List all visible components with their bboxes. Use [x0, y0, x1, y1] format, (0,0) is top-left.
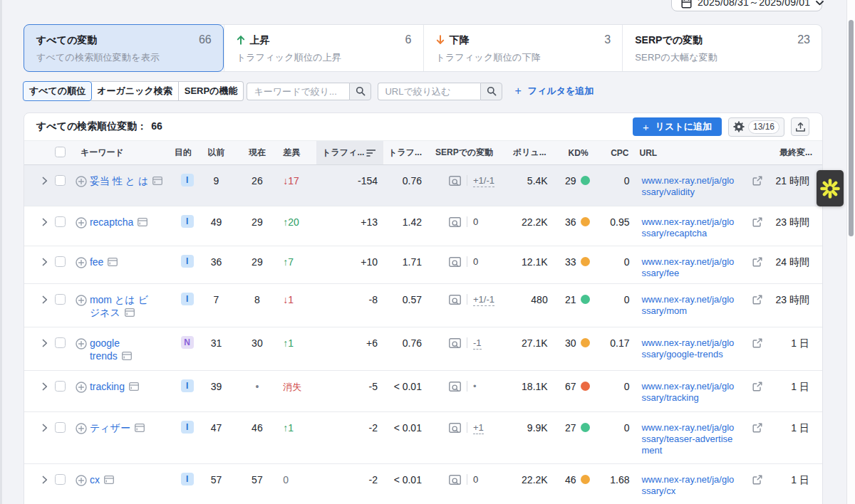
serp-preview-icon[interactable] — [449, 257, 462, 268]
url-link[interactable]: www.nex-ray.net/ja/glossary/teaser-adver… — [641, 422, 734, 456]
export-button[interactable] — [791, 117, 809, 136]
external-link-icon[interactable] — [752, 217, 762, 227]
row-expander-icon[interactable] — [42, 177, 48, 185]
row-checkbox[interactable] — [55, 381, 66, 392]
url-link[interactable]: www.nex-ray.net/ja/glossary/validity — [641, 175, 734, 197]
serp-preview-icon[interactable] — [449, 475, 462, 486]
external-link-icon[interactable] — [752, 295, 762, 305]
manage-columns-button[interactable]: 13/16 — [728, 117, 784, 137]
card-serp-changes[interactable]: SERPでの変動 23 SERPの大幅な変動 — [622, 25, 822, 71]
serp-preview-icon[interactable] — [449, 382, 462, 393]
serp-snapshot-icon[interactable] — [135, 424, 145, 432]
add-keyword-icon[interactable] — [76, 382, 87, 393]
row-checkbox[interactable] — [55, 294, 66, 305]
row-expander-icon[interactable] — [42, 382, 48, 391]
select-all-checkbox[interactable] — [55, 147, 66, 157]
add-keyword-icon[interactable] — [76, 176, 87, 187]
external-link-icon[interactable] — [752, 423, 762, 433]
external-link-icon[interactable] — [752, 257, 762, 267]
url-link[interactable]: www.nex-ray.net/ja/glossary/mom — [641, 294, 734, 316]
serp-snapshot-icon[interactable] — [122, 352, 132, 360]
card-declined[interactable]: 下降 3 トラフィック順位の下降 — [423, 25, 623, 71]
tab-organic-search[interactable]: オーガニック検索 — [91, 81, 179, 101]
external-link-icon[interactable] — [752, 338, 762, 348]
keyword-link[interactable]: tracking — [90, 381, 125, 392]
add-keyword-icon[interactable] — [76, 475, 87, 486]
add-filter-link[interactable]: + フィルタを追加 — [514, 85, 594, 98]
row-expander-icon[interactable] — [42, 258, 48, 266]
promo-starburst-button[interactable] — [817, 170, 844, 206]
row-expander-icon[interactable] — [42, 295, 48, 304]
serp-snapshot-icon[interactable] — [125, 308, 135, 317]
keyword-link[interactable]: fee — [90, 256, 103, 268]
card-improved[interactable]: 上昇 6 トラフィック順位の上昇 — [224, 25, 423, 71]
add-to-list-button[interactable]: + リストに追加 — [633, 117, 722, 136]
column-header-traffic[interactable]: トラフィ... — [316, 141, 383, 164]
url-link[interactable]: www.nex-ray.net/ja/glossary/google-trend… — [641, 337, 734, 359]
tab-all-positions[interactable]: すべての順位 — [23, 81, 92, 101]
row-checkbox[interactable] — [55, 216, 66, 227]
add-keyword-icon[interactable] — [76, 423, 87, 434]
scrollbar-thumb[interactable] — [849, 20, 854, 236]
keyword-search-button[interactable] — [349, 83, 371, 100]
url-link[interactable]: www.nex-ray.net/ja/glossary/recaptcha — [641, 216, 734, 238]
card-all-changes[interactable]: すべての変動 66 すべての検索順位変動を表示 — [24, 24, 224, 72]
row-checkbox[interactable] — [55, 422, 66, 433]
column-header-intent[interactable]: 目的 — [175, 141, 191, 164]
column-header-url[interactable]: URL — [636, 141, 767, 164]
keyword-link[interactable]: recaptcha — [90, 216, 133, 228]
serp-preview-icon[interactable] — [449, 217, 462, 229]
url-link[interactable]: www.nex-ray.net/ja/glossary/cx — [641, 474, 734, 496]
scrollbar-track[interactable] — [846, 0, 855, 504]
row-checkbox[interactable] — [55, 256, 66, 267]
serp-snapshot-icon[interactable] — [108, 258, 118, 266]
serp-snapshot-icon[interactable] — [129, 382, 139, 391]
column-header-kd[interactable]: KD% — [553, 141, 596, 164]
row-expander-icon[interactable] — [42, 339, 48, 347]
row-expander-icon[interactable] — [42, 424, 48, 432]
tab-serp-features[interactable]: SERPの機能 — [179, 81, 244, 101]
external-link-icon[interactable] — [752, 382, 762, 392]
serp-preview-icon[interactable] — [449, 176, 462, 187]
external-link-icon[interactable] — [752, 176, 762, 186]
serp-snapshot-icon[interactable] — [152, 177, 162, 185]
column-header-keyword[interactable]: キーワード — [76, 141, 180, 164]
previous-position: 9 — [195, 165, 238, 206]
keyword-link[interactable]: mom とは ビジネス — [90, 294, 148, 318]
url-link[interactable]: www.nex-ray.net/ja/glossary/tracking — [641, 381, 734, 403]
row-checkbox[interactable] — [55, 474, 66, 485]
serp-preview-icon[interactable] — [449, 423, 462, 434]
serp-snapshot-icon[interactable] — [104, 476, 114, 484]
column-header-traffic-pct[interactable]: トラフ... — [383, 141, 428, 164]
keyword-link[interactable]: cx — [90, 474, 100, 485]
column-header-updated[interactable]: 最終変... — [766, 141, 822, 164]
keyword-link[interactable]: ティザー — [90, 422, 130, 434]
url-filter-input[interactable] — [378, 83, 480, 100]
row-expander-icon[interactable] — [42, 476, 48, 484]
serp-preview-icon[interactable] — [449, 295, 462, 306]
card-title: SERPでの変動 — [635, 34, 703, 47]
column-header-cpc[interactable]: CPC — [596, 141, 636, 164]
keyword-link[interactable]: 妥当 性 と は — [90, 175, 148, 187]
filter-toolbar: すべての順位 オーガニック検索 SERPの機能 + フィルタを追加 — [24, 81, 822, 101]
external-link-icon[interactable] — [752, 475, 762, 485]
row-checkbox[interactable] — [55, 175, 66, 186]
serp-preview-icon[interactable] — [449, 338, 462, 350]
add-keyword-icon[interactable] — [76, 217, 87, 229]
column-header-current[interactable]: 現在 — [238, 141, 277, 164]
serp-snapshot-icon[interactable] — [138, 218, 147, 226]
date-range-selector[interactable]: 2025/08/31～2025/09/01 — [671, 0, 822, 11]
add-keyword-icon[interactable] — [76, 295, 87, 306]
keyword-link[interactable]: google trends — [90, 337, 120, 362]
row-expander-icon[interactable] — [42, 218, 48, 226]
column-header-previous[interactable]: 以前 — [195, 141, 238, 164]
column-header-diff[interactable]: 差異 — [276, 141, 316, 164]
url-search-button[interactable] — [480, 83, 502, 100]
column-header-serp[interactable]: SERPでの変動 — [428, 141, 500, 164]
add-keyword-icon[interactable] — [76, 338, 87, 350]
keyword-filter-input[interactable] — [247, 83, 349, 100]
row-checkbox[interactable] — [55, 337, 66, 348]
url-link[interactable]: www.nex-ray.net/ja/glossary/fee — [641, 256, 734, 278]
column-header-volume[interactable]: ボリュ... — [500, 141, 553, 164]
add-keyword-icon[interactable] — [76, 257, 87, 268]
